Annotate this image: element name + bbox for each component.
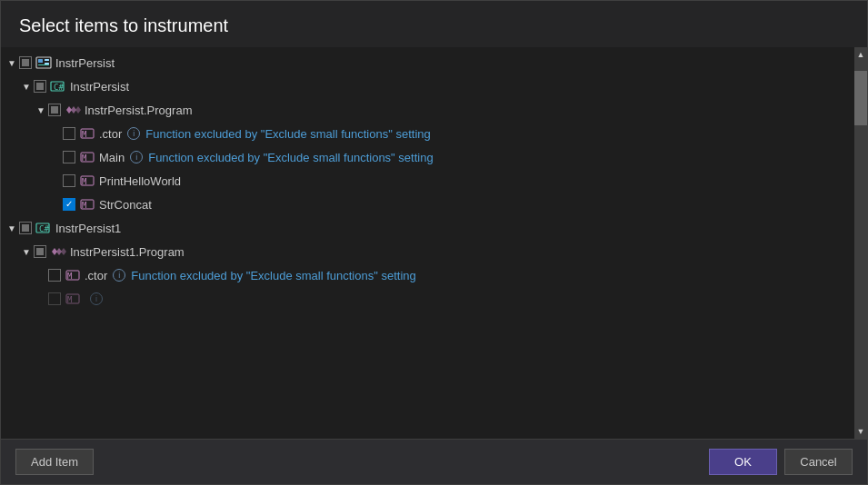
dialog-footer: Add Item OK Cancel	[1, 439, 867, 484]
tree-row[interactable]: M .ctor i Function excluded by "Exclude …	[1, 263, 854, 287]
namespace-icon	[50, 244, 66, 259]
excluded-link[interactable]: Function excluded by "Exclude small func…	[148, 151, 433, 164]
dialog: Select items to instrument ▼ InstrP	[0, 0, 868, 485]
checkbox-instrpersist1-assembly[interactable]	[19, 222, 32, 234]
method-icon: M	[79, 173, 95, 188]
svg-text:M: M	[82, 153, 87, 163]
checkbox-instrpersist1-ctor[interactable]	[48, 269, 61, 282]
checkbox-instrpersist-main[interactable]	[63, 151, 75, 163]
info-icon: i	[113, 269, 125, 282]
svg-rect-4	[38, 64, 49, 65]
checkbox-instrpersist-ctor[interactable]	[63, 127, 75, 140]
checkbox-instrpersist-program[interactable]	[48, 104, 61, 116]
tree-row[interactable]: ▼ InstrPersist1.Program	[1, 240, 854, 263]
checkbox-instrpersist-project[interactable]	[34, 80, 46, 93]
class-icon: C#	[35, 221, 52, 235]
expand-button[interactable]: ▼	[5, 55, 19, 70]
scrollbar[interactable]: ▲ ▼	[854, 47, 867, 439]
tree-area[interactable]: ▼ InstrPersist ▼	[1, 47, 854, 439]
info-icon: i	[90, 292, 103, 305]
footer-actions: OK Cancel	[709, 449, 853, 475]
tree-row[interactable]: M PrintHelloWorld	[1, 169, 854, 193]
method-icon: M	[79, 126, 95, 141]
svg-rect-0	[36, 57, 51, 68]
checkbox-instrpersist-assembly[interactable]	[19, 56, 32, 69]
method-icon: M	[65, 292, 81, 306]
expand-button[interactable]: ▼	[5, 221, 19, 235]
info-icon: i	[130, 151, 143, 163]
tree-row[interactable]: M StrConcat	[1, 193, 854, 216]
node-label: .ctor	[99, 127, 122, 141]
svg-text:C#: C#	[39, 224, 49, 233]
node-label: PrintHelloWorld	[99, 174, 181, 188]
checkbox-instrpersist-strconcat[interactable]	[63, 198, 75, 211]
tree-row[interactable]: M Main i Function excluded by "Exclude s…	[1, 145, 854, 169]
method-icon: M	[79, 150, 95, 164]
tree-row[interactable]: ▼ InstrPersist	[1, 51, 854, 74]
tree-row[interactable]: ▼ C# InstrPersist	[1, 74, 854, 98]
expand-button[interactable]: ▼	[19, 79, 34, 94]
assembly-icon	[35, 55, 52, 70]
add-item-button[interactable]: Add Item	[15, 449, 94, 475]
tree-row[interactable]: ▼ InstrPersist.Program	[1, 98, 854, 122]
tree-row[interactable]: ▼ C# InstrPersist1	[1, 216, 854, 240]
dialog-title: Select items to instrument	[1, 1, 867, 47]
svg-text:M: M	[82, 130, 87, 139]
svg-text:C#: C#	[54, 83, 64, 92]
scroll-thumb[interactable]	[854, 71, 867, 125]
expand-button[interactable]: ▼	[34, 103, 48, 117]
node-label: Main	[99, 151, 125, 164]
node-label: InstrPersist.Program	[85, 104, 192, 117]
svg-rect-1	[38, 59, 43, 63]
method-icon: M	[79, 197, 95, 212]
svg-rect-3	[45, 63, 49, 64]
method-icon: M	[65, 268, 81, 282]
checkbox-instrpersist1-program[interactable]	[34, 245, 46, 258]
svg-text:M: M	[82, 177, 87, 186]
namespace-icon	[65, 103, 81, 117]
scroll-track[interactable]	[854, 62, 867, 424]
excluded-link[interactable]: Function excluded by "Exclude small func…	[131, 269, 415, 282]
node-label: .ctor	[85, 269, 107, 282]
cancel-button[interactable]: Cancel	[784, 449, 853, 475]
node-label: StrConcat	[99, 198, 152, 212]
checkbox-instrpersist1-item2[interactable]	[48, 292, 61, 305]
scroll-up-arrow[interactable]: ▲	[854, 47, 867, 62]
svg-rect-2	[45, 59, 49, 61]
dialog-content: ▼ InstrPersist ▼	[1, 47, 867, 439]
node-label: InstrPersist	[55, 56, 115, 70]
svg-text:M: M	[67, 295, 73, 304]
excluded-link[interactable]: Function excluded by "Exclude small func…	[145, 127, 430, 141]
node-label: InstrPersist	[70, 80, 129, 94]
ok-button[interactable]: OK	[709, 449, 777, 475]
expand-button[interactable]: ▼	[19, 244, 34, 259]
tree-row[interactable]: M i	[1, 287, 854, 311]
svg-text:M: M	[82, 201, 87, 210]
node-label: InstrPersist1	[55, 222, 121, 235]
info-icon: i	[127, 127, 140, 140]
node-label: InstrPersist1.Program	[70, 245, 185, 259]
checkbox-instrpersist-printhelloworld[interactable]	[63, 174, 75, 187]
scroll-down-arrow[interactable]: ▼	[854, 424, 867, 439]
class-icon: C#	[50, 79, 66, 94]
svg-text:M: M	[67, 272, 73, 281]
tree-row[interactable]: M .ctor i Function excluded by "Exclude …	[1, 122, 854, 145]
